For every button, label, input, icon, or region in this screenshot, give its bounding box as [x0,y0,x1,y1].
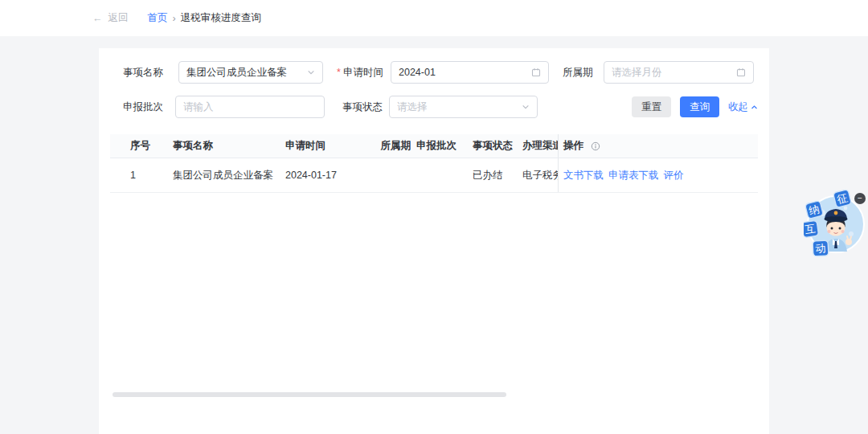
required-asterisk: * [337,67,341,78]
header-period: 所属期 [366,134,411,158]
calendar-icon [736,68,746,77]
horizontal-scrollbar-thumb[interactable] [113,392,506,397]
mascot-char-dong: 动 [813,240,829,256]
breadcrumb-home-link[interactable]: 首页 [148,11,168,25]
cell-index: 1 [110,158,161,192]
back-button[interactable]: ← 返回 [92,11,129,25]
apply-time-label: *申请时间 [337,66,387,80]
svg-text:互: 互 [805,223,817,236]
page-title: 退税审核进度查询 [181,11,261,25]
calendar-icon [531,68,541,77]
form-download-link[interactable]: 申请表下载 [608,169,659,182]
form-actions: 重置 查询 收起 [632,96,758,117]
query-button[interactable]: 查询 [680,96,719,117]
header-apply-time: 申请时间 [280,134,366,158]
doc-download-link[interactable]: 文书下载 [563,169,604,182]
top-bar: ← 返回 首页 › 退税审核进度查询 [0,0,868,36]
apply-time-value: 2024-01 [399,67,531,78]
filter-form: 事项名称 集团公司成员企业备案 *申请时间 2024-01 [99,48,769,118]
period-input[interactable]: 请选择月份 [604,61,754,84]
header-channel: 办理渠道 [514,134,558,158]
mascot-char-zheng: 征 [833,189,851,207]
item-name-value: 集团公司成员企业备案 [186,66,307,80]
cell-item-name: 集团公司成员企业备案 [161,158,280,192]
period-placeholder: 请选择月份 [612,66,736,80]
collapse-link[interactable]: 收起 [728,100,758,114]
cell-actions: 文书下载 申请表下载 评价 [558,158,758,192]
batch-input-wrap [175,96,325,118]
table-header-row: 序号 事项名称 申请时间 所属期 申报批次 事项状态 办理渠道 操作 [110,134,758,158]
batch-input[interactable] [183,101,317,113]
chevron-up-icon [751,104,758,111]
evaluate-link[interactable]: 评价 [664,169,684,182]
header-index: 序号 [110,134,161,158]
header-item-name: 事项名称 [161,134,280,158]
cell-status: 已办结 [457,158,514,192]
cell-batch [411,158,457,192]
header-status: 事项状态 [457,134,514,158]
batch-label: 申报批次 [123,100,165,114]
cell-apply-time: 2024-01-17 [280,158,366,192]
item-name-label: 事项名称 [123,66,165,80]
mascot-char-na: 纳 [805,200,823,219]
svg-text:动: 动 [815,242,826,255]
table-row: 1 集团公司成员企业备案 2024-01-17 已办结 电子税务 文书下载 申请… [110,158,758,193]
reset-button[interactable]: 重置 [632,96,671,117]
header-batch: 申报批次 [411,134,457,158]
chevron-down-icon [522,103,530,111]
breadcrumb-separator: › [173,13,176,24]
cell-period [366,158,411,192]
collapse-label: 收起 [728,100,748,114]
query-card: 事项名称 集团公司成员企业备案 *申请时间 2024-01 [99,48,769,434]
back-arrow-icon: ← [92,13,103,24]
breadcrumb: 首页 › 退税审核进度查询 [148,11,261,25]
period-label: 所属期 [563,66,595,80]
mascot-char-hu: 互 [804,220,819,237]
back-label: 返回 [108,11,129,25]
chevron-down-icon [307,68,315,76]
status-label: 事项状态 [342,100,384,114]
results-table: 序号 事项名称 申请时间 所属期 申报批次 事项状态 办理渠道 操作 1 集团公… [110,134,758,193]
info-icon[interactable] [591,141,600,151]
item-name-select[interactable]: 集团公司成员企业备案 [178,61,323,84]
cell-channel: 电子税务 [514,158,558,192]
mascot-minimize-button[interactable]: − [854,193,866,204]
status-placeholder: 请选择 [397,100,522,114]
header-actions: 操作 [558,134,758,158]
status-select[interactable]: 请选择 [389,96,538,118]
apply-time-input[interactable]: 2024-01 [391,61,549,84]
